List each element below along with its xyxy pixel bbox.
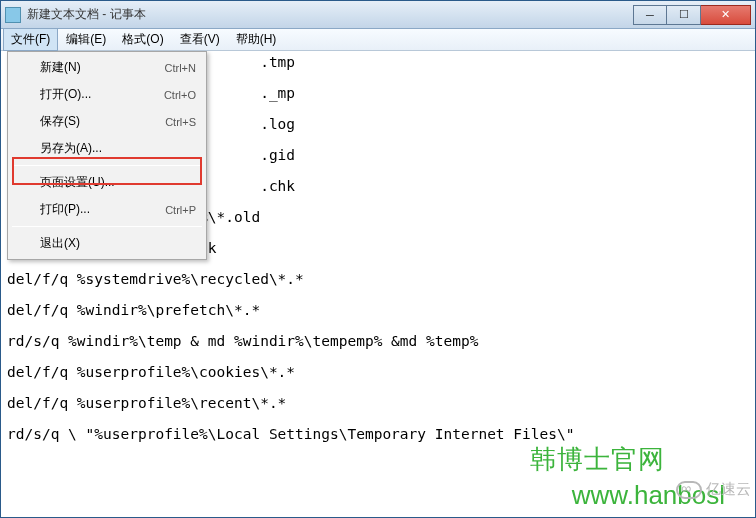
title-bar[interactable]: 新建文本文档 - 记事本 ─ ☐ ✕ [1,1,755,29]
content-area: .tmp ._mp .log .gid .chk del/f/s/q %syst… [1,51,755,517]
menu-item-shortcut: Ctrl+N [165,62,196,74]
watermark-brand-label: 亿速云 [706,480,751,499]
minimize-button[interactable]: ─ [633,5,667,25]
menu-item-label: 新建(N) [40,59,165,76]
menu-separator [12,165,202,166]
menu-separator [12,226,202,227]
app-icon [5,7,21,23]
menu-item-label: 打印(P)... [40,201,165,218]
app-window: 新建文本文档 - 记事本 ─ ☐ ✕ 文件(F) 编辑(E) 格式(O) 查看(… [0,0,756,518]
menu-item-save-as[interactable]: 另存为(A)... [10,135,204,162]
menu-item-save[interactable]: 保存(S) Ctrl+S [10,108,204,135]
menu-item-label: 打开(O)... [40,86,164,103]
menu-item-page-setup[interactable]: 页面设置(U)... [10,169,204,196]
menu-item-label: 另存为(A)... [40,140,196,157]
menu-view[interactable]: 查看(V) [172,28,228,51]
window-title: 新建文本文档 - 记事本 [27,6,633,23]
menu-item-open[interactable]: 打开(O)... Ctrl+O [10,81,204,108]
menu-file[interactable]: 文件(F) [3,28,58,51]
menu-item-label: 保存(S) [40,113,165,130]
cloud-icon [676,481,702,499]
menu-edit[interactable]: 编辑(E) [58,28,114,51]
maximize-button[interactable]: ☐ [667,5,701,25]
watermark-brand: 亿速云 [676,480,751,499]
menu-item-exit[interactable]: 退出(X) [10,230,204,257]
menu-item-new[interactable]: 新建(N) Ctrl+N [10,54,204,81]
window-controls: ─ ☐ ✕ [633,5,751,25]
menu-item-print[interactable]: 打印(P)... Ctrl+P [10,196,204,223]
menu-bar: 文件(F) 编辑(E) 格式(O) 查看(V) 帮助(H) [1,29,755,51]
menu-item-label: 退出(X) [40,235,196,252]
watermark-text-1: 韩博士官网 [530,442,665,477]
menu-item-shortcut: Ctrl+O [164,89,196,101]
menu-item-label: 页面设置(U)... [40,174,196,191]
close-button[interactable]: ✕ [701,5,751,25]
menu-item-shortcut: Ctrl+P [165,204,196,216]
menu-help[interactable]: 帮助(H) [228,28,285,51]
menu-format[interactable]: 格式(O) [114,28,171,51]
file-menu-dropdown: 新建(N) Ctrl+N 打开(O)... Ctrl+O 保存(S) Ctrl+… [7,51,207,260]
menu-item-shortcut: Ctrl+S [165,116,196,128]
